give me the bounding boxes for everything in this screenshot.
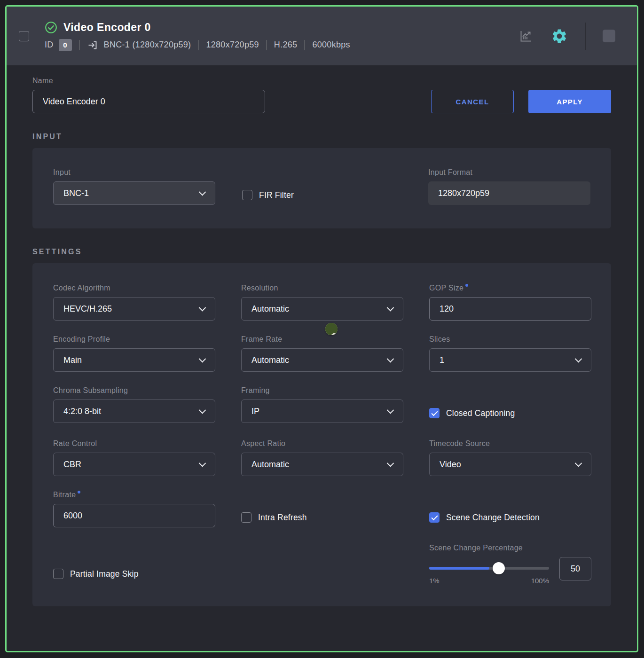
aspect-ratio-select[interactable]: Automatic — [241, 453, 403, 476]
chevron-down-icon — [199, 406, 206, 414]
chevron-down-icon — [199, 355, 206, 362]
rate-control-select[interactable]: CBR — [53, 453, 215, 476]
slices-select[interactable]: 1 — [429, 348, 591, 372]
settings-button[interactable] — [551, 28, 568, 45]
stop-button[interactable] — [603, 30, 615, 42]
chevron-down-icon — [387, 355, 394, 362]
status-ok-icon — [45, 21, 57, 34]
scene-change-percentage-label: Scene Change Percentage — [429, 544, 591, 552]
input-format-label: Input Format — [428, 168, 590, 177]
encoder-card: 20:37:23.26.1 HAIVISION Makito X1 Video … — [5, 5, 638, 652]
codec-algorithm-label: Codec Algorithm — [53, 284, 215, 292]
slider-max-label: 100% — [531, 577, 549, 585]
meta-bitrate: 6000kbps — [312, 40, 350, 50]
meta-codec: H.265 — [274, 40, 298, 50]
frame-rate-select[interactable]: Automatic — [241, 348, 403, 372]
resolution-select[interactable]: Automatic — [241, 297, 403, 321]
cancel-button[interactable]: CANCEL — [431, 90, 514, 113]
meta-divider — [304, 40, 305, 50]
gear-icon — [551, 28, 568, 45]
scene-change-value-box[interactable]: 50 — [559, 557, 591, 580]
checkbox-box[interactable] — [429, 408, 440, 418]
chevron-down-icon — [387, 459, 394, 467]
input-panel: Input BNC-1 FIR Filter Input Format 12 — [32, 148, 611, 228]
rate-control-label: Rate Control — [53, 439, 215, 448]
slices-label: Slices — [429, 335, 591, 344]
encoder-meta: ID 0 BNC-1 (1280x720p59) 1280x720p59 H.2… — [45, 39, 350, 51]
timecode-source-select[interactable]: Video — [429, 453, 591, 476]
checkbox-box[interactable] — [53, 569, 63, 579]
encoder-title-block: Video Encoder 0 ID 0 BNC-1 (1280x720p59)… — [45, 21, 350, 51]
intra-refresh-checkbox[interactable]: Intra Refresh — [241, 512, 307, 523]
meta-divider — [266, 40, 267, 50]
frame-rate-label: Frame Rate — [241, 335, 403, 344]
framing-select[interactable]: IP — [241, 400, 403, 423]
modified-indicator-dot — [78, 491, 80, 494]
scene-change-slider[interactable] — [429, 567, 549, 570]
statistics-button[interactable] — [518, 29, 533, 44]
bitrate-input[interactable] — [53, 504, 215, 527]
header-divider — [585, 23, 586, 50]
checkbox-box[interactable] — [242, 190, 252, 200]
apply-button[interactable]: APPLY — [528, 90, 611, 113]
partial-image-skip-checkbox[interactable]: Partial Image Skip — [53, 569, 139, 579]
input-select[interactable]: BNC-1 — [53, 181, 215, 205]
input-label: Input — [53, 168, 215, 177]
resolution-label: Resolution — [241, 284, 403, 292]
id-label: ID — [45, 40, 54, 50]
select-encoder-checkbox[interactable] — [19, 31, 29, 41]
gop-size-label: GOP Size — [429, 284, 591, 292]
chevron-down-icon — [199, 304, 206, 311]
checkbox-box[interactable] — [429, 512, 440, 523]
encoder-header: 20:37:23.26.1 HAIVISION Makito X1 Video … — [7, 7, 637, 65]
scene-change-slider-thumb[interactable] — [493, 562, 505, 574]
encoder-thumbnail[interactable]: 20:37:23.26.1 HAIVISION Makito X1 — [325, 323, 338, 335]
meta-divider — [198, 40, 199, 50]
spacer-cell — [241, 544, 403, 585]
chevron-down-icon — [199, 188, 206, 196]
bitrate-label: Bitrate — [53, 491, 215, 499]
gop-size-input[interactable] — [429, 297, 591, 321]
aspect-ratio-label: Aspect Ratio — [241, 439, 403, 448]
slider-min-label: 1% — [429, 577, 440, 585]
codec-algorithm-select[interactable]: HEVC/H.265 — [53, 297, 215, 321]
chroma-subsampling-label: Chroma Subsampling — [53, 386, 215, 395]
scene-change-slider-fill — [429, 567, 489, 570]
chart-icon — [518, 29, 533, 44]
meta-divider — [79, 40, 80, 50]
checkbox-box[interactable] — [241, 512, 251, 523]
encoder-title: Video Encoder 0 — [63, 21, 151, 34]
chevron-down-icon — [387, 406, 394, 414]
timecode-source-label: Timecode Source — [429, 439, 591, 448]
input-format-value: 1280x720p59 — [428, 181, 590, 205]
closed-captioning-checkbox[interactable]: Closed Captioning — [429, 408, 515, 418]
encoding-profile-label: Encoding Profile — [53, 335, 215, 344]
name-input[interactable] — [32, 90, 265, 113]
fir-filter-checkbox[interactable]: FIR Filter — [242, 190, 294, 200]
thumbnail-preview-image: 20:37:23.26.1 HAIVISION Makito X1 — [325, 323, 338, 335]
scene-change-detection-checkbox[interactable]: Scene Change Detection — [429, 512, 540, 523]
settings-section-title: SETTINGS — [32, 248, 611, 256]
input-source-icon — [87, 39, 98, 51]
encoding-profile-select[interactable]: Main — [53, 348, 215, 372]
meta-resolution: 1280x720p59 — [206, 40, 259, 50]
name-label: Name — [32, 77, 265, 85]
id-badge: 0 — [59, 39, 72, 51]
chevron-down-icon — [575, 459, 582, 467]
meta-input-summary: BNC-1 (1280x720p59) — [104, 40, 191, 50]
chevron-down-icon — [575, 355, 582, 362]
input-section-title: INPUT — [32, 133, 611, 141]
chroma-subsampling-select[interactable]: 4:2:0 8-bit — [53, 400, 215, 423]
modified-indicator-dot — [465, 284, 468, 287]
chevron-down-icon — [387, 304, 394, 311]
settings-panel: Codec Algorithm HEVC/H.265 Resolution Au… — [32, 263, 611, 606]
framing-label: Framing — [241, 386, 403, 395]
chevron-down-icon — [199, 459, 206, 467]
